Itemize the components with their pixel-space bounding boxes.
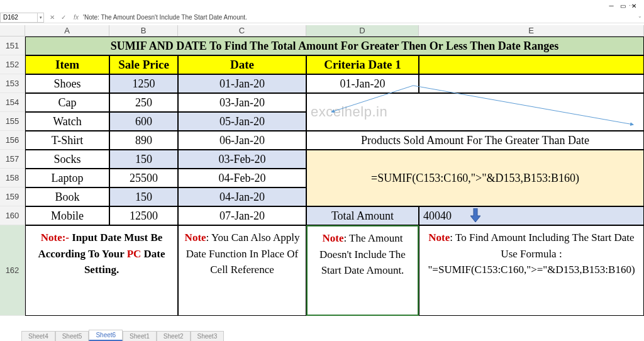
cancel-formula-icon[interactable]: ✕ [48,14,57,21]
col-header-E[interactable]: E [419,25,644,36]
row-header-151[interactable]: 151 [0,36,25,55]
formula-bar-row: D162 ▾ ✕ ✓ fx 'Note: The Amount Doesn't … [0,12,644,23]
cell-date[interactable]: 04-Feb-20 [178,169,306,187]
row-header-154[interactable]: 154 [0,93,25,112]
note-1[interactable]: Note:- Input Date Must Be According To Y… [25,225,178,316]
cell-E153[interactable] [419,74,644,93]
cell-price[interactable]: 1250 [109,74,178,93]
spreadsheet-grid: A B C D E 151 SUMIF AND DATE To Find The… [0,25,644,316]
title-cell[interactable]: SUMIF AND DATE To Find The Total Amount … [25,36,644,55]
cell-price[interactable]: 600 [109,112,178,131]
sheet-tabs: Sheet4 Sheet5 Sheet6 Sheet1 Sheet2 Sheet… [21,330,224,341]
select-all-corner[interactable] [0,25,25,36]
cell-item[interactable]: Watch [25,112,109,131]
cell-item[interactable]: Book [25,187,109,206]
restore-icon[interactable]: ▭ [618,1,628,10]
cell-date[interactable]: 06-Jan-20 [178,131,306,150]
cell-item[interactable]: Cap [25,93,109,112]
close-icon[interactable]: ✕ [629,1,639,10]
cell-item[interactable]: Shoes [25,74,109,93]
cell-item[interactable]: Mobile [25,206,109,225]
cell-item[interactable]: Laptop [25,169,109,187]
header-blank-E[interactable] [419,55,644,74]
col-header-C[interactable]: C [178,25,306,36]
arrow-down-icon [470,208,480,222]
cell-item[interactable]: Socks [25,150,109,169]
watermark-text: excelhelp.in [311,104,387,120]
total-value-cell[interactable]: 40040 [419,206,644,225]
cell-price[interactable]: 890 [109,131,178,150]
header-price[interactable]: Sale Price [109,55,178,74]
cell-date[interactable]: 01-Jan-20 [178,74,306,93]
name-box-dropdown-icon[interactable]: ▾ [38,13,44,23]
col-header-D[interactable]: D [306,25,419,36]
row-header-160[interactable]: 160 [0,206,25,225]
row-header-158[interactable]: 158 [0,169,25,187]
fx-icon[interactable]: fx [72,14,80,21]
row-header-155[interactable]: 155 [0,112,25,131]
sheet-tab-active[interactable]: Sheet6 [89,330,123,341]
col-header-B[interactable]: B [109,25,178,36]
total-label-cell[interactable]: Total Amount [306,206,419,225]
row-header-153[interactable]: 153 [0,74,25,93]
header-criteria[interactable]: Criteria Date 1 [306,55,419,74]
row-header-157[interactable]: 157 [0,150,25,169]
window-controls: ─ ▭ ✕ [606,1,639,10]
sheet-tab[interactable]: Sheet5 [55,331,89,341]
row-header-152[interactable]: 152 [0,55,25,74]
cell-price[interactable]: 25500 [109,169,178,187]
cell-date[interactable]: 03-Feb-20 [178,150,306,169]
formula-display-cell[interactable]: =SUMIF(C153:C160,">"&D153,B153:B160) [306,150,644,206]
note-4[interactable]: Note: To Find Amount Including The Start… [419,225,644,316]
cell-item[interactable]: T-Shirt [25,131,109,150]
row-header-159[interactable]: 159 [0,187,25,206]
sheet-tab[interactable]: Sheet4 [21,331,55,341]
description-cell[interactable]: Products Sold Amount For The Greater Tha… [306,131,644,150]
cell-price[interactable]: 12500 [109,206,178,225]
cell-date[interactable]: 05-Jan-20 [178,112,306,131]
cell-price[interactable]: 150 [109,187,178,206]
note-2[interactable]: Note: You Can Also Apply Date Function I… [178,225,306,316]
formula-bar-icons: ✕ ✓ fx [48,14,80,21]
minimize-icon[interactable]: ─ [606,1,616,10]
header-date[interactable]: Date [178,55,306,74]
row-header-156[interactable]: 156 [0,131,25,150]
header-item[interactable]: Item [25,55,109,74]
row-header-162[interactable]: 162 [0,225,25,316]
cell-date[interactable]: 04-Jan-20 [178,187,306,206]
cell-date[interactable]: 07-Jan-20 [178,206,306,225]
col-header-A[interactable]: A [25,25,109,36]
name-box[interactable]: D162 [0,13,38,23]
enter-formula-icon[interactable]: ✓ [59,14,68,21]
cell-price[interactable]: 150 [109,150,178,169]
column-headers: A B C D E [0,25,644,36]
formula-bar-input[interactable]: 'Note: The Amount Doesn't Include The St… [80,14,635,21]
sheet-tab[interactable]: Sheet3 [191,331,225,341]
cell-date[interactable]: 03-Jan-20 [178,93,306,112]
watermark-cell[interactable]: excelhelp.in [306,93,644,131]
note-3-selected[interactable]: Note: The Amount Doesn't Include The Sta… [306,225,419,316]
formula-text: =SUMIF(C153:C160,">"&D153,B153:B160) [371,172,579,185]
formula-bar-expand-icon[interactable]: ⌄ [635,13,644,22]
cell-price[interactable]: 250 [109,93,178,112]
cell-criteria-date[interactable]: 01-Jan-20 [306,74,419,93]
sheet-tab[interactable]: Sheet1 [123,331,157,341]
sheet-tab[interactable]: Sheet2 [157,331,191,341]
